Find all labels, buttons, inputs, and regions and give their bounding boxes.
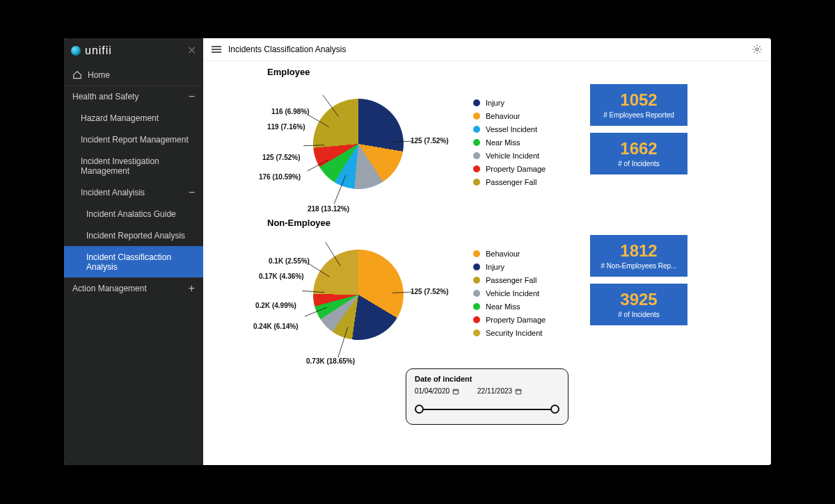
svg-line-3 bbox=[308, 160, 328, 171]
legend-swatch-icon bbox=[473, 152, 480, 159]
pie-label: 0.2K (4.99%) bbox=[255, 302, 296, 309]
gear-icon[interactable] bbox=[752, 44, 763, 55]
sidebar-ira-label: Incident Reported Analysis bbox=[86, 231, 185, 241]
legend-label: Behaviour bbox=[486, 250, 520, 258]
employees-reported-card: 1052 # Employees Reported bbox=[590, 84, 687, 126]
pie-label: 0.73K (18.65%) bbox=[306, 357, 355, 365]
legend-swatch-icon bbox=[473, 316, 480, 323]
employee-pie-chart: 125 (7.52%) 218 (13.12%) 176 (10.59%) 12… bbox=[217, 81, 461, 213]
date-panel-title: Date of incident bbox=[415, 375, 559, 383]
legend-swatch-icon bbox=[473, 303, 480, 310]
card-value: 1662 bbox=[594, 140, 683, 157]
sidebar-item-iim[interactable]: Incident Investigation Management bbox=[64, 150, 203, 181]
non-employees-reported-card: 1812 # Non-Employees Rep... bbox=[590, 235, 687, 277]
date-from-value: 01/04/2020 bbox=[415, 387, 450, 395]
legend-swatch-icon bbox=[473, 179, 480, 186]
svg-line-2 bbox=[334, 175, 346, 204]
non-employee-legend: BehaviourInjuryPassenger FallVehicle Inc… bbox=[473, 232, 578, 342]
sidebar: unifii ✕ Home Health and Safety − Hazard… bbox=[64, 38, 203, 465]
sidebar-iim-label: Incident Investigation Management bbox=[81, 156, 195, 176]
legend-item[interactable]: Passenger Fall bbox=[473, 178, 578, 186]
pie-label: 0.1K (2.55%) bbox=[269, 257, 310, 265]
legend-label: Passenger Fall bbox=[486, 178, 536, 186]
legend-label: Security Incident bbox=[486, 329, 542, 337]
sidebar-item-classification-analysis[interactable]: Incident Classificaction Analysis bbox=[64, 246, 203, 277]
card-label: # of Incidents bbox=[594, 311, 683, 318]
card-label: # of Incidents bbox=[594, 160, 683, 168]
card-label: # Employees Reported bbox=[594, 111, 683, 119]
legend-label: Injury bbox=[486, 263, 504, 271]
sidebar-am-label: Action Management bbox=[72, 284, 147, 293]
brand-name: unifii bbox=[85, 44, 112, 57]
date-range-slider[interactable] bbox=[415, 405, 559, 414]
svg-line-12 bbox=[326, 243, 340, 266]
sidebar-ica-label: Incident Classificaction Analysis bbox=[86, 252, 195, 272]
card-value: 1052 bbox=[594, 92, 683, 108]
legend-item[interactable]: Property Damage bbox=[473, 316, 578, 324]
slider-knob-start[interactable] bbox=[415, 405, 424, 414]
legend-swatch-icon bbox=[473, 139, 480, 146]
legend-swatch-icon bbox=[473, 290, 480, 297]
sidebar-item-health-safety[interactable]: Health and Safety − bbox=[64, 86, 203, 107]
legend-label: Vehicle Incident bbox=[486, 289, 539, 298]
sidebar-item-home[interactable]: Home bbox=[64, 64, 203, 86]
sidebar-item-action-management[interactable]: Action Management + bbox=[64, 277, 203, 299]
sidebar-item-irm[interactable]: Incident Report Management bbox=[64, 129, 203, 150]
pie-label: 218 (13.12%) bbox=[308, 205, 349, 213]
legend-item[interactable]: Injury bbox=[473, 263, 578, 271]
pie-label: 125 (7.52%) bbox=[411, 288, 448, 295]
legend-item[interactable]: Injury bbox=[473, 99, 578, 107]
sidebar-close-icon[interactable]: ✕ bbox=[187, 44, 196, 57]
legend-swatch-icon bbox=[473, 250, 480, 257]
legend-label: Near Miss bbox=[486, 138, 520, 147]
svg-line-11 bbox=[308, 263, 330, 277]
sidebar-item-reported-analysis[interactable]: Incident Reported Analysis bbox=[64, 225, 203, 246]
plus-icon: + bbox=[189, 285, 195, 292]
brand-logo: unifii bbox=[71, 44, 112, 57]
sidebar-home-label: Home bbox=[88, 70, 110, 80]
legend-item[interactable]: Vehicle Incident bbox=[473, 152, 578, 160]
hamburger-icon[interactable] bbox=[212, 44, 221, 54]
pie-label: 119 (7.16%) bbox=[267, 123, 305, 131]
legend-item[interactable]: Passenger Fall bbox=[473, 276, 578, 284]
legend-label: Near Miss bbox=[486, 302, 520, 311]
sidebar-item-hazard[interactable]: Hazard Management bbox=[64, 107, 203, 129]
sidebar-irm-label: Incident Report Management bbox=[81, 135, 189, 145]
legend-item[interactable]: Vessel Incident bbox=[473, 125, 578, 133]
legend-item[interactable]: Property Damage bbox=[473, 165, 578, 173]
legend-label: Vessel Incident bbox=[486, 125, 537, 133]
legend-item[interactable]: Behaviour bbox=[473, 112, 578, 120]
date-to-value: 22/11/2023 bbox=[477, 387, 512, 395]
svg-line-8 bbox=[338, 327, 348, 357]
legend-swatch-icon bbox=[473, 330, 480, 336]
sidebar-item-incident-analysis[interactable]: Incident Analyisis − bbox=[64, 181, 203, 203]
legend-item[interactable]: Near Miss bbox=[473, 138, 578, 147]
pie-label: 0.24K (6.14%) bbox=[253, 323, 298, 330]
legend-item[interactable]: Vehicle Incident bbox=[473, 289, 578, 298]
employee-legend: InjuryBehaviourVessel IncidentNear MissV… bbox=[473, 81, 578, 191]
pie-label: 125 (7.52%) bbox=[411, 137, 448, 145]
legend-item[interactable]: Security Incident bbox=[473, 329, 578, 337]
legend-swatch-icon bbox=[473, 113, 480, 120]
card-value: 3925 bbox=[594, 291, 683, 308]
calendar-icon bbox=[515, 388, 522, 395]
legend-swatch-icon bbox=[473, 99, 480, 106]
non-employee-pie-chart: 125 (7.52%) 0.73K (18.65%) 0.24K (6.14%)… bbox=[217, 232, 461, 364]
svg-line-5 bbox=[308, 115, 329, 127]
svg-line-9 bbox=[305, 307, 327, 316]
home-icon bbox=[72, 70, 82, 80]
brand-dot-icon bbox=[71, 46, 81, 56]
svg-line-4 bbox=[303, 145, 324, 146]
svg-line-10 bbox=[302, 291, 324, 292]
legend-label: Vehicle Incident bbox=[486, 152, 539, 160]
slider-knob-end[interactable] bbox=[550, 405, 559, 414]
sidebar-item-analytics-guide[interactable]: Incident Analatics Guide bbox=[64, 203, 203, 225]
pie-label: 176 (10.59%) bbox=[259, 173, 301, 181]
date-to[interactable]: 22/11/2023 bbox=[477, 387, 522, 395]
legend-label: Injury bbox=[486, 99, 504, 107]
date-from[interactable]: 01/04/2020 bbox=[415, 387, 459, 395]
legend-item[interactable]: Near Miss bbox=[473, 302, 578, 311]
card-label: # Non-Employees Rep... bbox=[594, 262, 683, 270]
sidebar-iag-label: Incident Analatics Guide bbox=[86, 209, 176, 219]
legend-item[interactable]: Behaviour bbox=[473, 250, 578, 258]
